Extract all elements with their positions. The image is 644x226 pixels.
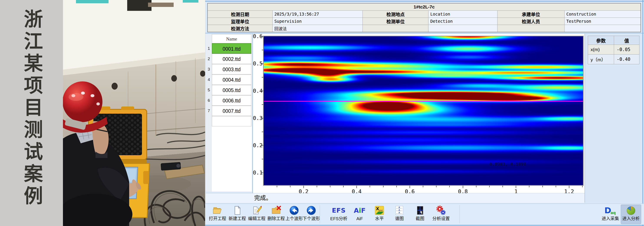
info-row: 检测日期2025/3/19,13:56:27检测地点Location承建单位Co…: [208, 11, 641, 18]
x-minor-tick: [489, 186, 490, 187]
info-label: 检测日期: [208, 11, 272, 18]
crosshair-line[interactable]: [264, 101, 583, 102]
params-header-cell: 值: [614, 36, 640, 45]
toolbar-button-efs-logo[interactable]: EFSEFS分析: [329, 205, 349, 224]
status-text: 完成。: [254, 193, 272, 203]
file-list-item[interactable]: 0004.ttd: [212, 75, 251, 85]
toolbar-button-daq-logo[interactable]: Daq进入采集: [600, 205, 620, 224]
x-minor-tick: [449, 186, 450, 187]
toolbar-separator: [460, 205, 460, 224]
info-value: [428, 25, 497, 32]
gears-icon: [431, 205, 451, 216]
toolbar-button-new-file[interactable]: 新建工程: [227, 205, 247, 224]
toolbar-button-edit-file[interactable]: 编辑工程: [247, 205, 267, 224]
y-major-tick: [261, 91, 263, 91]
project-title-row: 1#tc2L-7c: [208, 3, 641, 11]
toolbar-button-label: 水平: [370, 216, 390, 221]
screen: 浙江某项目测试案例: [0, 0, 644, 226]
x-minor-tick: [476, 186, 476, 187]
param-value[interactable]: -0.05: [614, 45, 640, 55]
toolbar-button-pie-chart[interactable]: 进入分析: [621, 205, 641, 224]
toolbar-button-delete-folder[interactable]: 删除工程: [266, 205, 286, 224]
toolbar-button-snapshot[interactable]: 截图: [410, 205, 430, 224]
x-minor-tick: [542, 186, 543, 187]
spectrogram-heatmap[interactable]: [264, 36, 583, 185]
svg-text:X: X: [376, 206, 379, 211]
toolbar: 打开工程新建工程编辑工程删除工程上个波形下个波形EFSEFS分析AiFAiFXp…: [205, 204, 644, 225]
params-table: 参数值x(m)-0.05y（m）-0.40: [588, 36, 640, 64]
toolbar-button-label: 进入分析: [621, 216, 641, 221]
x-minor-tick: [436, 186, 436, 187]
file-row-number: 2: [206, 54, 212, 64]
file-list-item[interactable]: 0003.ttd: [212, 64, 251, 75]
toolbar-button-label: 下个波形: [301, 216, 321, 221]
toolbar-button-label: 新建工程: [227, 216, 247, 221]
window-right-border: [642, 0, 643, 226]
params-row: y（m）-0.40: [588, 55, 640, 64]
edit-file-icon: [247, 205, 267, 216]
info-value[interactable]: 2025/3/19,13:56:27: [272, 11, 362, 18]
params-header-cell: 参数: [588, 36, 614, 45]
x-minor-tick: [343, 186, 344, 187]
toolbar-button-aif-logo[interactable]: AiFAiF: [350, 205, 370, 224]
y-minor-tick: [262, 77, 263, 78]
window-bottom-border: [205, 225, 644, 226]
info-value[interactable]: Detection: [428, 18, 497, 25]
left-banner: 浙江某项目测试案例: [0, 0, 63, 226]
toolbar-button-label: 进入采集: [600, 216, 620, 221]
y-minor-tick: [262, 50, 263, 50]
open-folder-icon: [208, 205, 228, 216]
x-minor-tick: [330, 186, 330, 187]
param-value[interactable]: -0.40: [614, 55, 640, 64]
y-major-tick: [261, 36, 263, 37]
header-separator: [205, 33, 644, 33]
pie-chart-icon: [621, 205, 641, 216]
x-minor-tick: [556, 186, 556, 187]
svg-text:plot: plot: [379, 209, 383, 212]
info-value[interactable]: Supervision: [272, 18, 362, 25]
banner-title: 浙江某项目测试案例: [18, 9, 45, 208]
x-minor-tick: [290, 186, 290, 187]
file-row-number: 5: [206, 85, 212, 95]
daq-logo-icon: Daq: [600, 205, 620, 216]
info-value[interactable]: 回波法: [272, 25, 362, 32]
x-major-tick: [304, 186, 304, 188]
file-row-number: 1: [206, 43, 212, 54]
toolbar-button-arrow-right-circle[interactable]: 下个波形: [301, 205, 321, 224]
file-list-empty-row: [212, 116, 251, 126]
spectrum-icon: [390, 205, 409, 216]
toolbar-button-spectrum[interactable]: 谱图: [390, 205, 409, 224]
info-value[interactable]: Location: [428, 11, 497, 18]
param-name: y（m）: [588, 55, 614, 64]
info-value[interactable]: Construction: [564, 11, 641, 18]
file-list-item[interactable]: 0001.ttd: [212, 43, 251, 54]
toolbar-button-gears[interactable]: 分析设置: [431, 205, 451, 224]
toolbar-button-xplot[interactable]: Xplot水平: [370, 205, 390, 224]
x-major-tick: [356, 186, 357, 188]
toolbar-button-open-folder[interactable]: 打开工程: [208, 205, 228, 224]
file-list-item[interactable]: 0002.ttd: [212, 54, 251, 64]
y-minor-tick: [262, 104, 263, 105]
file-row-number: 3: [206, 64, 212, 75]
params-row: x(m)-0.05: [588, 45, 640, 55]
x-minor-tick: [529, 186, 530, 187]
aif-logo-icon: AiF: [350, 205, 370, 216]
file-list: Name 10001.ttd20002.ttd30003.ttd40004.tt…: [206, 34, 252, 192]
y-major-tick: [261, 173, 263, 173]
delete-folder-icon: [266, 205, 286, 216]
info-label: 承建单位: [497, 11, 564, 18]
x-major-tick: [463, 186, 463, 188]
y-minor-tick: [262, 159, 263, 159]
toolbar-button-label: 删除工程: [266, 216, 286, 221]
info-value[interactable]: TestPerson: [564, 18, 641, 25]
file-list-item[interactable]: 0006.ttd: [212, 95, 251, 106]
y-major-tick: [261, 118, 263, 118]
info-row: 检测方法回波法: [208, 25, 641, 32]
x-minor-tick: [277, 186, 277, 187]
info-label: 检测地点: [363, 11, 428, 18]
file-list-item[interactable]: 0005.ttd: [212, 85, 251, 95]
file-list-item[interactable]: 0007.ttd: [212, 106, 251, 116]
y-minor-tick: [262, 132, 263, 132]
status-bar: 完成。: [206, 193, 584, 203]
x-minor-tick: [423, 186, 423, 187]
